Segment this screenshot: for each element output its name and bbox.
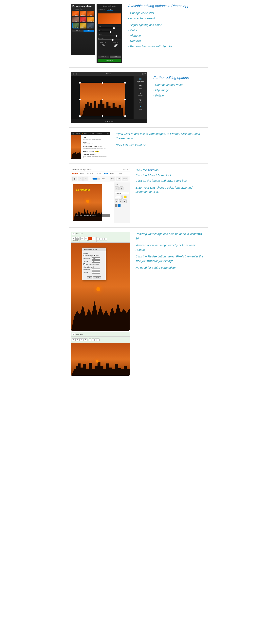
size-down[interactable]: ▼ [121,197,123,198]
cut-btn[interactable]: ✂ [76,237,79,238]
copy-btn[interactable]: ⎘ [76,238,79,240]
skew-v-input[interactable] [92,272,100,274]
color-slider-bar[interactable] [98,32,121,32]
text-3d-tool[interactable]: T [120,186,123,190]
corner-mr[interactable] [124,99,126,100]
corner-bm[interactable] [102,115,103,117]
close-icon[interactable]: ✕ [127,169,128,170]
corner-ml[interactable] [79,99,81,100]
paint2-crop[interactable]: ✂ [76,338,80,341]
filter-rouge[interactable]: Rouge [80,17,87,22]
paint-view-tab[interactable]: View [80,233,83,234]
vertical-input[interactable] [92,260,100,262]
3dshapes-tab[interactable]: 3D shapes [86,172,94,174]
close-icon[interactable]: ✕ [144,73,146,75]
resize-btn[interactable]: ↔ [88,237,92,240]
fill-tool[interactable] [100,238,102,240]
flip-option[interactable]: ⇆ Flip [134,84,147,89]
stickers-tab[interactable]: Stickers [96,172,102,174]
tab-enhance[interactable]: Enhance [98,8,106,11]
paint-menu-btn[interactable]: ≡ [72,233,75,235]
tool2[interactable] [92,338,94,341]
corner-br[interactable] [124,115,126,117]
edit-option[interactable]: Edit Crop, add filters, effects, and mor… [81,136,110,140]
canvas-tab[interactable]: Canvas [117,172,123,174]
home-tab[interactable]: Home [79,172,85,174]
tool3[interactable] [94,338,97,341]
corner-bl[interactable] [79,115,81,117]
minimize-icon[interactable]: ─ [123,169,124,170]
italic-button[interactable]: I [119,199,122,203]
select-btn[interactable]: ⊡ [80,237,84,240]
cancel-button[interactable]: Cancel [93,276,101,279]
maintain-aspect-checkbox[interactable] [84,263,85,265]
paint-home-tab[interactable]: Home [76,233,79,234]
paint2-menu-btn[interactable]: ≡ [72,333,75,335]
color-gray[interactable] [115,204,118,207]
rotate-handle[interactable] [102,99,103,100]
text-2d-tool[interactable]: T [115,186,119,190]
color-swatch-yellow[interactable] [124,196,127,198]
save-button[interactable]: Save [84,30,94,32]
save-button-2[interactable]: Save [110,56,121,58]
corner-tl[interactable] [79,82,81,84]
corner-tr[interactable] [124,82,126,84]
skew-h-input[interactable] [92,268,100,271]
paint2-paste[interactable]: ⎘ [72,338,76,341]
paint2-rotate[interactable]: ↻ [84,338,87,341]
pixels-radio[interactable] [94,255,95,256]
percentage-option[interactable]: Percentage [84,255,93,256]
tool4[interactable] [97,338,100,341]
maximize-icon[interactable]: □ [125,169,126,170]
font-selector[interactable]: Segoe UI ▾ [115,192,129,194]
filter-zeke[interactable]: Zeke [87,23,94,28]
history-tool[interactable]: History [122,176,128,181]
light-slider-bar[interactable] [98,28,121,28]
draw-option[interactable]: Draw Add an artistic touch [81,140,110,145]
size-up[interactable]: ▲ [121,195,123,197]
rotate-option[interactable]: ↻ Rotate [134,91,147,96]
undo-button[interactable]: Undo all [72,30,83,32]
edit-create-btn[interactable]: ✏️ Edit & Create [82,133,94,134]
tab-adjust[interactable]: Adjust [107,8,113,11]
effects-tab[interactable]: Effects [109,172,115,174]
paint3d-option[interactable]: Edit with Paint 3D Create new, add conte… [81,153,110,159]
filter-sunscreen[interactable]: Sunscreen [87,17,94,22]
text-tab[interactable]: Text [104,172,108,174]
crop-tool[interactable]: ✂ [84,176,88,181]
crop-btn[interactable]: ✂ [84,237,88,240]
paint2-view-tab[interactable]: View [80,334,83,335]
filter-original[interactable]: Original [72,11,79,16]
undo-all-button[interactable]: Undo all [98,56,109,58]
zoom-out-btn[interactable]: − [91,178,92,180]
minimize-icon[interactable]: ─ [140,73,141,75]
magic-select-tool[interactable]: ✦ [78,176,83,181]
select-tool[interactable]: ⊡ [72,176,77,181]
pixels-option[interactable]: Pixels [94,255,100,256]
aspect-ratio-option[interactable]: ⊞ Aspect ratio [134,77,147,82]
filter-sauna[interactable]: Sauna [80,11,87,16]
font-size-input[interactable]: 24 [115,196,120,198]
paste-btn[interactable]: ⎘ [72,237,76,240]
vignette-slider-bar[interactable] [98,40,121,40]
color-blue[interactable] [118,204,121,207]
reset-option[interactable]: ⊛ Reset [134,98,147,103]
horizontal-input[interactable] [92,258,100,260]
paint-tool[interactable]: Paint [110,176,115,181]
done-option[interactable]: ✓ Done [134,105,147,110]
filter-ferns[interactable]: Ferns [72,23,79,28]
underline-button[interactable]: U [123,199,127,203]
eraser-tool[interactable] [105,238,107,240]
red-eye-option[interactable]: Red eye 👁 [98,41,109,48]
save-copy-button[interactable]: Save a copy [98,59,121,62]
zoom-in-btn[interactable]: + [101,178,102,180]
corner-tm[interactable] [102,82,103,84]
share-btn[interactable]: ⤴ Share [96,133,102,134]
undo-tool[interactable]: Undo [116,176,121,181]
filter-neo[interactable]: Neo [87,11,94,16]
filter-slate[interactable]: Slate [72,17,79,22]
percentage-radio[interactable] [84,255,85,256]
bold-button[interactable]: B [115,199,118,203]
ok-button[interactable]: OK [87,276,92,279]
rotate-btn[interactable]: ↻ [92,237,96,240]
